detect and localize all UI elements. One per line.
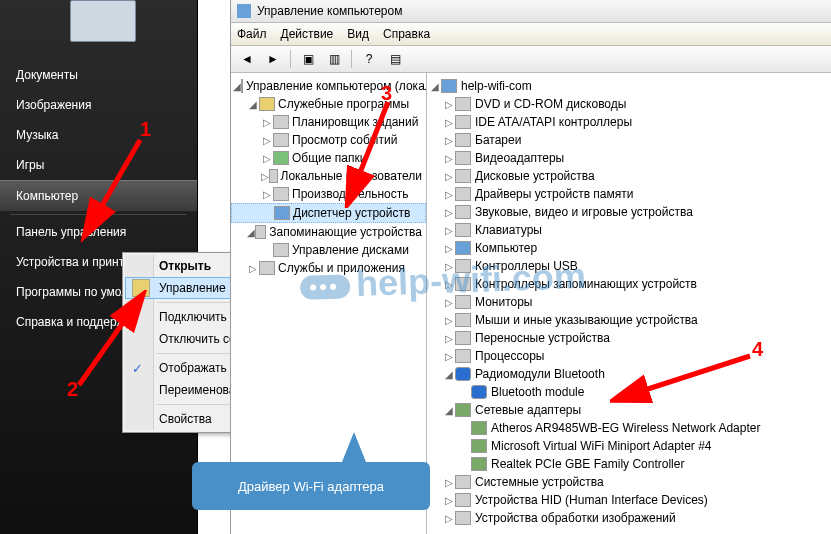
nic-icon [471,439,487,453]
sound-icon [455,205,471,219]
dev-system[interactable]: ▷Системные устройства [427,473,831,491]
annotation-number-4: 4 [752,338,763,361]
title-bar[interactable]: Управление компьютером [231,0,831,23]
app-icon [237,4,251,18]
dev-ide[interactable]: ▷IDE ATA/ATAPI контроллеры [427,113,831,131]
disk-icon [273,243,289,257]
users-icon [269,169,278,183]
dev-hid[interactable]: ▷Устройства HID (Human Interface Devices… [427,491,831,509]
dev-storage-controller[interactable]: ▷Контроллеры запоминающих устройств [427,275,831,293]
dev-portable[interactable]: ▷Переносные устройства [427,329,831,347]
menu-help[interactable]: Справка [383,27,430,41]
start-item-computer[interactable]: Компьютер [0,180,197,212]
annotation-number-3: 3 [381,82,392,105]
dev-battery[interactable]: ▷Батареи [427,131,831,149]
back-button[interactable]: ◄ [235,48,259,70]
start-item-pictures[interactable]: Изображения [0,90,197,120]
dev-imaging[interactable]: ▷Устройства обработки изображений [427,509,831,527]
ide-icon [455,115,471,129]
annotation-number-1: 1 [140,118,151,141]
tree-disk-management[interactable]: Управление дисками [231,241,426,259]
forward-button[interactable]: ► [261,48,285,70]
separator [10,214,187,215]
separator [351,50,352,68]
dev-memory[interactable]: ▷Драйверы устройств памяти [427,185,831,203]
start-item-music[interactable]: Музыка [0,120,197,150]
check-icon: ✓ [132,361,143,376]
keyboard-icon [455,223,471,237]
battery-icon [455,133,471,147]
tree-event-viewer[interactable]: ▷Просмотр событий [231,131,426,149]
hid-icon [455,493,471,507]
portable-icon [455,331,471,345]
event-icon [273,133,289,147]
tree-task-scheduler[interactable]: ▷Планировщик заданий [231,113,426,131]
dev-bluetooth[interactable]: ◢Радиомодули Bluetooth [427,365,831,383]
tree-services[interactable]: ▷Службы и приложения [231,259,426,277]
dev-mouse[interactable]: ▷Мыши и иные указывающие устройства [427,311,831,329]
dev-nic-atheros[interactable]: Atheros AR9485WB-EG Wireless Network Ada… [427,419,831,437]
start-item-control-panel[interactable]: Панель управления [0,217,197,247]
window-title: Управление компьютером [257,4,402,18]
start-item-games[interactable]: Игры [0,150,197,180]
memory-icon [455,187,471,201]
dev-computer[interactable]: ▷Компьютер [427,239,831,257]
network-icon [455,403,471,417]
separator [290,50,291,68]
device-list[interactable]: ◢help-wifi-com ▷DVD и CD-ROM дисководы ▷… [427,73,831,534]
bluetooth-icon [471,385,487,399]
start-item-documents[interactable]: Документы [0,60,197,90]
help-button[interactable]: ? [357,48,381,70]
menu-file[interactable]: Файл [237,27,267,41]
tree-system-tools[interactable]: ◢Служебные программы [231,95,426,113]
clock-icon [273,115,289,129]
manage-icon [132,279,150,297]
menu-view[interactable]: Вид [347,27,369,41]
dev-bt-module[interactable]: Bluetooth module [427,383,831,401]
monitor-icon [455,295,471,309]
menu-action[interactable]: Действие [281,27,334,41]
system-icon [455,475,471,489]
mouse-icon [455,313,471,327]
tree-root[interactable]: ◢Управление компьютером (локальным) [231,77,426,95]
tree-device-manager[interactable]: Диспетчер устройств [231,203,426,223]
tree-storage[interactable]: ◢Запоминающие устройства [231,223,426,241]
dev-network-adapters[interactable]: ◢Сетевые адаптеры [427,401,831,419]
dev-disk[interactable]: ▷Дисковые устройства [427,167,831,185]
tree-performance[interactable]: ▷Производительность [231,185,426,203]
dev-dvd[interactable]: ▷DVD и CD-ROM дисководы [427,95,831,113]
tree-local-users[interactable]: ▷Локальные пользователи [231,167,426,185]
services-icon [259,261,275,275]
show-hide-button[interactable]: ▥ [322,48,346,70]
folder-icon [273,151,289,165]
nic-icon [471,457,487,471]
dev-sound[interactable]: ▷Звуковые, видео и игровые устройства [427,203,831,221]
properties-button[interactable]: ▤ [383,48,407,70]
controller-icon [455,277,471,291]
perf-icon [273,187,289,201]
computer-management-window: Управление компьютером Файл Действие Вид… [230,0,831,534]
dev-cpu[interactable]: ▷Процессоры [427,347,831,365]
computer-icon [441,79,457,93]
storage-icon [255,225,266,239]
cpu-icon [455,349,471,363]
dev-usb[interactable]: ▷Контроллеры USB [427,257,831,275]
dev-video[interactable]: ▷Видеоадаптеры [427,149,831,167]
computer-icon [241,79,243,93]
dev-monitor[interactable]: ▷Мониторы [427,293,831,311]
dvd-icon [455,97,471,111]
device-manager-icon [274,206,290,220]
dev-keyboard[interactable]: ▷Клавиатуры [427,221,831,239]
up-button[interactable]: ▣ [296,48,320,70]
computer-icon [70,0,136,42]
usb-icon [455,259,471,273]
tree-shared-folders[interactable]: ▷Общие папки [231,149,426,167]
dev-nic-realtek[interactable]: Realtek PCIe GBE Family Controller [427,455,831,473]
nic-icon [471,421,487,435]
dev-nic-virtual[interactable]: Microsoft Virtual WiFi Miniport Adapter … [427,437,831,455]
disk-icon [455,169,471,183]
computer-icon [455,241,471,255]
toolbar: ◄ ► ▣ ▥ ? ▤ [231,46,831,73]
imaging-icon [455,511,471,525]
dev-root[interactable]: ◢help-wifi-com [427,77,831,95]
